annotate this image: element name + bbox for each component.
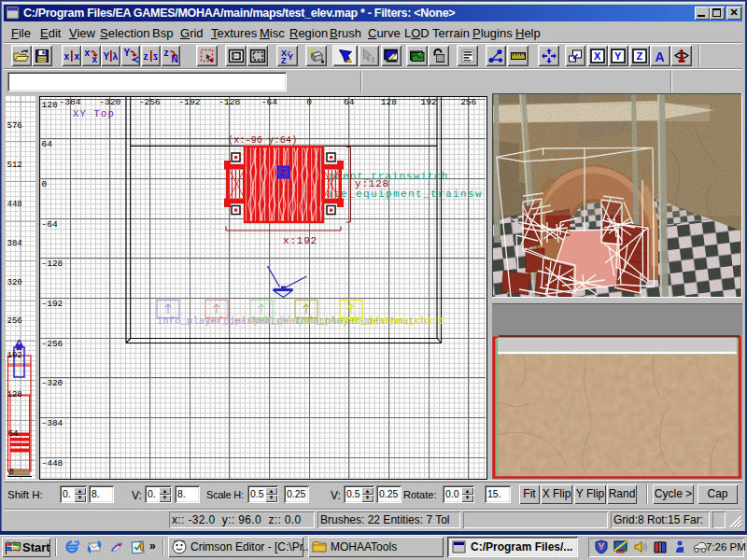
svg-text:z: z xyxy=(143,51,148,62)
svg-text:384: 384 xyxy=(7,239,22,248)
svg-text:x: x xyxy=(84,49,90,58)
svg-text:info_player_start: info_player_start xyxy=(340,316,444,327)
svg-text:64: 64 xyxy=(42,139,53,149)
svg-text:-64: -64 xyxy=(261,97,277,107)
svg-text:320: 320 xyxy=(7,278,22,287)
svg-text:-64: -64 xyxy=(42,219,58,230)
svg-text:128: 128 xyxy=(42,100,58,110)
svg-text:-128: -128 xyxy=(218,97,240,107)
svg-text:Y: Y xyxy=(123,49,130,58)
svg-text:448: 448 xyxy=(7,200,22,209)
svg-text:Y: Y xyxy=(103,51,109,62)
svg-text:128: 128 xyxy=(381,97,397,107)
svg-text:-384: -384 xyxy=(42,418,63,428)
svg-text:-256: -256 xyxy=(139,97,161,107)
svg-text:192: 192 xyxy=(420,97,436,107)
svg-text:64: 64 xyxy=(8,429,19,439)
svg-text:z: z xyxy=(153,51,158,62)
svg-text:-256: -256 xyxy=(42,339,63,349)
svg-text:ate_equipment_trainsw: ate_equipment_trainsw xyxy=(326,189,483,200)
svg-text:-192: -192 xyxy=(42,299,63,309)
svg-text:λ: λ xyxy=(112,51,118,62)
svg-text:Y: Y xyxy=(614,50,622,62)
svg-text:128: 128 xyxy=(7,390,22,399)
svg-text:z: z xyxy=(163,49,168,58)
svg-text:192: 192 xyxy=(7,351,22,360)
svg-text:-128: -128 xyxy=(42,259,63,269)
svg-text:64: 64 xyxy=(344,97,355,107)
svg-text:-384: -384 xyxy=(60,97,81,107)
svg-text:-320: -320 xyxy=(42,378,63,388)
svg-text:Z: Z xyxy=(637,50,643,62)
svg-text:A: A xyxy=(655,49,665,63)
svg-text:x: x xyxy=(74,51,79,62)
svg-text:256: 256 xyxy=(7,316,22,326)
svg-text:y:128: y:128 xyxy=(355,178,389,189)
svg-text:0: 0 xyxy=(42,179,48,189)
svg-text:0: 0 xyxy=(9,468,14,477)
svg-text:x:192: x:192 xyxy=(283,235,317,246)
svg-text:X: X xyxy=(594,50,601,62)
svg-text:512: 512 xyxy=(7,161,22,170)
svg-text:x: x xyxy=(63,51,69,62)
svg-text:Y: Y xyxy=(288,52,293,62)
svg-text:XY Top: XY Top xyxy=(73,108,115,119)
svg-text:576: 576 xyxy=(7,121,22,131)
svg-text:-448: -448 xyxy=(42,458,63,469)
svg-text:(x:-96 y:64): (x:-96 y:64) xyxy=(228,135,297,146)
svg-text:-192: -192 xyxy=(179,97,201,107)
svg-text:0: 0 xyxy=(306,97,312,107)
svg-text:Z: Z xyxy=(281,55,287,63)
svg-text:256: 256 xyxy=(460,97,476,107)
svg-text:-320: -320 xyxy=(99,97,120,107)
